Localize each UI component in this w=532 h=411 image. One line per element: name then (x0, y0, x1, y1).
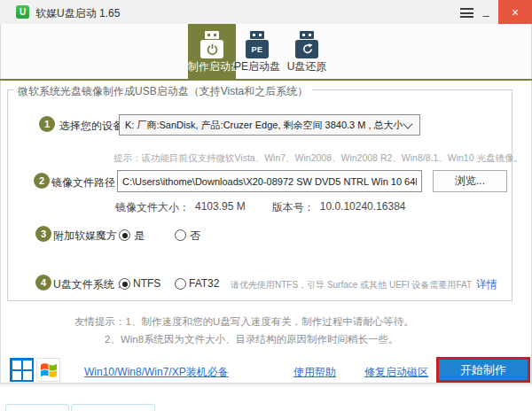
image-path-input[interactable] (117, 170, 422, 192)
tab-label: U盘还原 (284, 59, 330, 74)
browse-button[interactable]: 浏览... (433, 170, 507, 192)
tab-label: PE启动盘 (234, 59, 280, 74)
radio-attach-no-label: 否 (190, 229, 200, 244)
radio-attach-yes[interactable] (119, 229, 130, 241)
step-4-badge: 4 (35, 275, 51, 291)
group-legend: 微软系统光盘镜像制作成USB启动盘（支持Vista和之后系统） (13, 84, 312, 99)
filesystem-note: 请优先使用NTFS，引导 Surface 或其他 UEFI 设备需要用FAT32… (231, 279, 472, 291)
image-size-value: 4103.95 M (195, 200, 246, 215)
repair-boot-sector-link[interactable]: 修复启动磁区 (364, 365, 428, 380)
radio-attach-no[interactable] (175, 229, 186, 241)
device-select-value: K: 厂商:SanDisk, 产品:Cruzer Edge, 剩余空间 3840… (120, 119, 404, 132)
usb-pe-icon: PE (245, 31, 270, 58)
pe-badge: PE (251, 45, 262, 54)
tip-line-2: 2、Win8系统因为文件大小、目录结构的原因制作时间稍长一些。 (105, 333, 399, 346)
chevron-down-icon (403, 119, 412, 128)
menu-icon[interactable] (460, 8, 473, 18)
windows-flag-logo[interactable] (36, 358, 60, 382)
close-button[interactable]: × (498, 0, 532, 24)
window-title: 软媒U盘启动 1.65 (35, 6, 120, 21)
start-button[interactable]: 开始制作 (436, 357, 530, 383)
minimize-button[interactable]: – (480, 7, 492, 19)
app-icon: U (16, 5, 29, 19)
step-2-label: 镜像文件路径： (51, 175, 126, 190)
step-3-label: 附加软媒魔方： (53, 229, 128, 244)
device-hint: 提示：该功能目前仅支持微软Vista、Win7、Win2008、Win2008 … (113, 152, 523, 165)
step-2-badge: 2 (34, 173, 50, 189)
image-size-label: 镜像文件大小： (115, 200, 190, 215)
radio-attach-yes-label: 是 (134, 229, 145, 244)
windows-flag-icon (40, 361, 58, 379)
version-label: 版本号： (272, 200, 315, 215)
step-1-badge: 1 (39, 116, 55, 132)
image-info-row: 镜像文件大小： 4103.95 M 版本号： 10.0.10240.16384 (115, 200, 405, 215)
help-link[interactable]: 使用帮助 (293, 365, 336, 380)
radio-ntfs[interactable] (119, 278, 130, 290)
background-window-tab (71, 404, 155, 411)
usb-power-icon (200, 31, 224, 58)
windows10-logo[interactable] (10, 358, 34, 382)
usb-restore-icon (294, 31, 319, 58)
radio-ntfs-label: NTFS (133, 277, 160, 290)
radio-fat32[interactable] (175, 278, 186, 290)
tip-line-1: 友情提示：1、制作速度和您的U盘写入速度有关，制作过程中请耐心等待。 (74, 315, 414, 329)
essentials-link[interactable]: Win10/Win8/Win7/XP装机必备 (84, 365, 229, 380)
tab-make-boot-disk[interactable]: 制作启动盘 (188, 24, 236, 79)
radio-fat32-label: FAT32 (189, 277, 219, 290)
step-4-label: U盘文件系统： (53, 277, 125, 292)
close-icon: × (512, 5, 519, 19)
tab-label: 制作启动盘 (188, 59, 236, 74)
detail-link[interactable]: 详情 (476, 277, 497, 292)
tab-usb-restore[interactable]: U盘还原 (284, 24, 330, 79)
step-3-badge: 3 (35, 226, 51, 242)
background-window-tab (5, 404, 69, 411)
accent-divider (0, 79, 532, 81)
tab-pe-boot-disk[interactable]: PE PE启动盘 (234, 24, 280, 79)
device-select[interactable]: K: 厂商:SanDisk, 产品:Cruzer Edge, 剩余空间 3840… (119, 114, 420, 136)
version-value: 10.0.10240.16384 (320, 200, 406, 215)
